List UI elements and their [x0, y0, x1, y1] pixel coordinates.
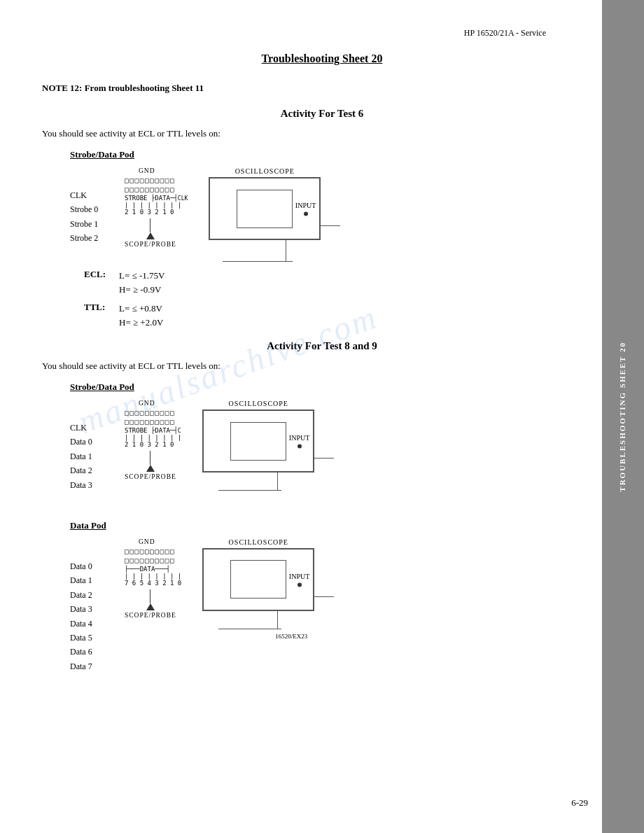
levels-block-1: ECL: L= ≤ -1.75V H= ≥ -0.9V TTL: L= ≤ +0…: [84, 269, 602, 329]
figure-label: 16520/EX23: [275, 633, 307, 640]
signal-d6-3: Data 6: [70, 645, 119, 659]
osc-screen-1: [237, 190, 293, 228]
connector-row1-1: □□□□□□□□□□: [125, 176, 188, 185]
signal-d5-3: Data 5: [70, 631, 119, 645]
osc-col-1: OSCILLOSCOPE INPUT: [209, 167, 321, 262]
osc-col-3: OSCILLOSCOPE INPUT 16520/EX23: [202, 538, 314, 640]
signal-strobe0: Strobe 0: [70, 202, 119, 216]
ttl-vals: L= ≤ +0.8V H= ≥ +2.0V: [119, 302, 163, 329]
scope-probe-1: SCOPE/PROBE: [125, 241, 176, 248]
tick-nums-3: 7 6 5 4 3 2 1 0: [125, 580, 181, 587]
signal-data1-2: Data 1: [70, 449, 119, 463]
signal-d1-3: Data 1: [70, 573, 119, 587]
ttl-val1: L= ≤ +0.8V: [119, 302, 163, 316]
signal-d7-3: Data 7: [70, 659, 119, 673]
signal-d4-3: Data 4: [70, 617, 119, 631]
header: HP 16520/21A - Service: [42, 28, 602, 38]
signal-strobe1: Strobe 1: [70, 217, 119, 231]
osc-label-3: OSCILLOSCOPE: [229, 538, 288, 546]
signal-col-2: CLK Data 0 Data 1 Data 2 Data 3: [70, 421, 119, 492]
connector-col-2: GND □□□□□□□□□□ □□□□□□□□□□ STROBE ├DATA─┤…: [125, 400, 181, 480]
scope-probe-3: SCOPE/PROBE: [125, 612, 176, 619]
signal-clk-2: CLK: [70, 421, 119, 435]
right-sidebar: TROUBLESHOOTING SHEET 20: [602, 0, 644, 833]
connector-row1-2: □□□□□□□□□□: [125, 408, 181, 417]
signal-data3-2: Data 3: [70, 478, 119, 492]
input-label-2: INPUT: [289, 434, 309, 442]
section2-intro: You should see activity at ECL or TTL le…: [42, 360, 602, 372]
scope-probe-2: SCOPE/PROBE: [125, 473, 176, 480]
ecl-val2: H= ≥ -0.9V: [119, 283, 164, 297]
input-dot-1: [304, 212, 308, 216]
ticks-1: | | | | | | | |: [125, 202, 188, 209]
osc-label-1: OSCILLOSCOPE: [235, 167, 295, 175]
osc-screen-2: [230, 422, 286, 461]
connector-row1-3: □□□□□□□□□□: [125, 547, 181, 556]
header-title: HP 16520/21A - Service: [464, 28, 546, 38]
ecl-vals: L= ≤ -1.75V H= ≥ -0.9V: [119, 269, 164, 296]
tick-nums-1: 2 1 0 3 2 1 0: [125, 209, 188, 216]
signal-d3-3: Data 3: [70, 602, 119, 616]
page-container: TROUBLESHOOTING SHEET 20 manualsarchive.…: [0, 0, 644, 833]
ticks-3: | | | | | | | |: [125, 573, 181, 580]
signal-strobe2: Strobe 2: [70, 231, 119, 245]
signal-clk-1: CLK: [70, 188, 119, 202]
ttl-key: TTL:: [84, 302, 119, 329]
connector-row2-3: □□□□□□□□□□: [125, 556, 181, 565]
arrow-up-3: [146, 603, 155, 610]
signal-col-1: CLK Strobe 0 Strobe 1 Strobe 2: [70, 188, 119, 246]
osc-label-2: OSCILLOSCOPE: [229, 400, 288, 407]
section2-subsection: Strobe/Data Pod: [70, 382, 602, 393]
diagram2: CLK Data 0 Data 1 Data 2 Data 3 GND □□□□…: [70, 400, 602, 492]
ecl-val1: L= ≤ -1.75V: [119, 269, 164, 283]
note-line: NOTE 12: From troubleshooting Sheet 11: [42, 83, 602, 94]
sidebar-text: TROUBLESHOOTING SHEET 20: [617, 342, 628, 492]
section1-title: Activity For Test 6: [42, 108, 602, 120]
section1-subsection: Strobe/Data Pod: [70, 149, 602, 160]
ecl-key: ECL:: [84, 269, 119, 296]
osc-col-2: OSCILLOSCOPE INPUT: [202, 400, 314, 491]
osc-screen-3: [230, 560, 286, 598]
input-label-3: INPUT: [289, 572, 309, 580]
tick-nums-2: 2 1 0 3 2 1 0: [125, 441, 181, 448]
footer-page: 6-29: [571, 797, 588, 808]
section2-title: Activity For Test 8 and 9: [42, 340, 602, 352]
signal-data2-2: Data 2: [70, 463, 119, 477]
gnd-label-3: GND: [139, 538, 155, 545]
arrow-up-2: [146, 465, 155, 472]
gnd-label-2: GND: [139, 400, 155, 407]
signal-data0-2: Data 0: [70, 435, 119, 449]
signal-col-3: Data 0 Data 1 Data 2 Data 3 Data 4 Data …: [70, 559, 119, 673]
connector-row2-2: □□□□□□□□□□: [125, 417, 181, 426]
diagram1: CLK Strobe 0 Strobe 1 Strobe 2 GND □□□□□…: [70, 167, 602, 262]
connector-col-1: GND □□□□□□□□□□ □□□□□□□□□□ STROBE ├DATA─┤…: [125, 167, 188, 248]
data-label-3: ├───DATA───┤: [125, 566, 181, 573]
connector-row2-1: □□□□□□□□□□: [125, 185, 188, 194]
input-label-1: INPUT: [295, 202, 316, 209]
arrow-up-1: [146, 232, 155, 239]
ttl-row: TTL: L= ≤ +0.8V H= ≥ +2.0V: [84, 302, 602, 329]
input-dot-3: [298, 582, 302, 587]
section1-intro: You should see activity at ECL or TTL le…: [42, 128, 602, 139]
ttl-val2: H= ≥ +2.0V: [119, 316, 163, 330]
ecl-row: ECL: L= ≤ -1.75V H= ≥ -0.9V: [84, 269, 602, 296]
page-title: Troubleshooting Sheet 20: [42, 52, 602, 65]
signal-d2-3: Data 2: [70, 588, 119, 602]
ticks-2: | | | | | | | |: [125, 434, 181, 441]
strobe-data-2: STROBE ├DATA─┤C: [125, 427, 181, 434]
gnd-label-1: GND: [139, 167, 155, 174]
section3-subsection: Data Pod: [70, 520, 602, 531]
diagram3: Data 0 Data 1 Data 2 Data 3 Data 4 Data …: [70, 538, 602, 673]
strobe-data-1: STROBE ├DATA─┤CLK: [125, 195, 188, 202]
signal-d0-3: Data 0: [70, 559, 119, 573]
connector-col-3: GND □□□□□□□□□□ □□□□□□□□□□ ├───DATA───┤ |…: [125, 538, 181, 619]
input-dot-2: [298, 444, 302, 449]
